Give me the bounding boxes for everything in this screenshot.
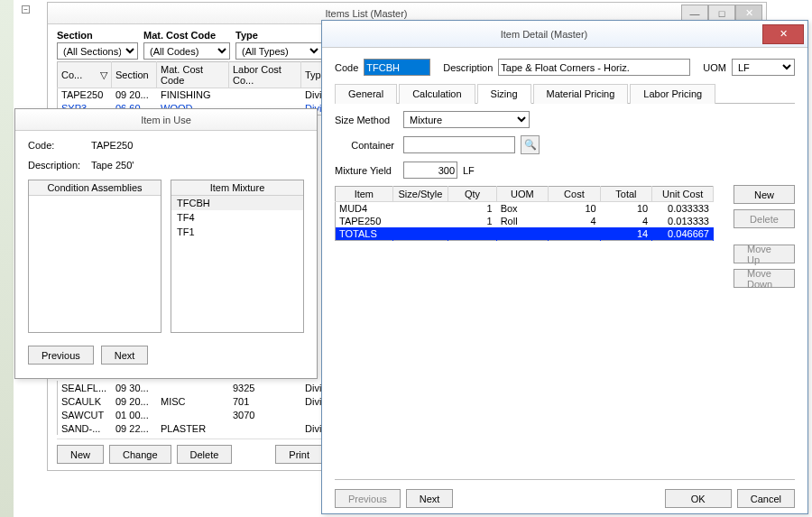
item-mixture-list[interactable]: Item Mixture TFCBH TF4 TF1 [171, 180, 304, 333]
size-method-select[interactable]: Mixture [403, 111, 530, 128]
code-value: TAPE250 [91, 140, 133, 151]
filter-cost-label: Mat. Cost Code [143, 30, 230, 41]
tab-material[interactable]: Material Pricing [533, 84, 629, 104]
movedown-button[interactable]: Move Down [734, 269, 795, 288]
list-item[interactable]: TF1 [171, 225, 303, 239]
filter-type-select[interactable]: (All Types) [235, 42, 322, 60]
totals-row: TOTALS 140.046667 [336, 227, 714, 241]
tab-labor[interactable]: Labor Pricing [630, 84, 715, 104]
tab-sizing[interactable]: Sizing [477, 84, 531, 104]
list-item[interactable]: TFCBH [171, 196, 303, 210]
filter-section-select[interactable]: (All Sections) [57, 42, 138, 60]
ok-button[interactable]: OK [665, 489, 732, 508]
list-item[interactable]: TF4 [171, 210, 303, 225]
filter-cost-select[interactable]: (All Codes) [143, 42, 230, 60]
delete-row-button[interactable]: Delete [734, 209, 795, 228]
new-row-button[interactable]: New [734, 185, 795, 204]
change-button[interactable]: Change [109, 445, 171, 464]
table-row[interactable]: MUD41 Box10 100.033333 [336, 202, 714, 216]
mixture-grid[interactable]: Item Size/Style Qty UOM Cost Total Unit … [335, 186, 714, 241]
uom-select[interactable]: LF [732, 59, 795, 76]
next-button[interactable]: Next [406, 489, 454, 508]
next-button[interactable]: Next [101, 346, 149, 365]
table-row[interactable]: TAPE2501 Roll4 40.013333 [336, 215, 714, 227]
cancel-button[interactable]: Cancel [737, 489, 795, 508]
new-button[interactable]: New [57, 445, 104, 464]
filter-section-label: Section [57, 30, 138, 41]
code-input[interactable] [364, 59, 430, 76]
tab-calculation[interactable]: Calculation [399, 84, 475, 104]
tab-general[interactable]: General [335, 84, 397, 104]
container-input[interactable] [403, 136, 515, 153]
item-in-use-window: Item in Use Code:TAPE250 Description:Tap… [14, 108, 318, 379]
search-icon[interactable]: 🔍 [521, 135, 540, 154]
yield-input[interactable] [403, 162, 457, 179]
tree-toggle-icon[interactable]: − [22, 5, 30, 14]
description-input[interactable] [498, 59, 690, 76]
previous-button[interactable]: Previous [335, 489, 401, 508]
tab-strip: General Calculation Sizing Material Pric… [335, 83, 795, 104]
item-in-use-title: Item in Use [19, 115, 313, 125]
close-icon[interactable]: ✕ [762, 24, 804, 44]
item-detail-titlebar[interactable]: Item Detail (Master) ✕ [322, 21, 807, 48]
condition-assemblies-list[interactable]: Condition Assemblies [28, 180, 161, 333]
items-list-title: Items List (Master) [51, 8, 681, 19]
item-detail-window: Item Detail (Master) ✕ Code Description … [321, 20, 808, 514]
item-detail-title: Item Detail (Master) [326, 29, 762, 40]
item-in-use-titlebar[interactable]: Item in Use [15, 109, 317, 131]
previous-button[interactable]: Previous [28, 346, 94, 365]
print-button[interactable]: Print [275, 445, 323, 464]
moveup-button[interactable]: Move Up [734, 245, 795, 263]
filter-type-label: Type [235, 30, 322, 41]
delete-button[interactable]: Delete [177, 445, 233, 464]
desc-value: Tape 250' [91, 160, 134, 171]
